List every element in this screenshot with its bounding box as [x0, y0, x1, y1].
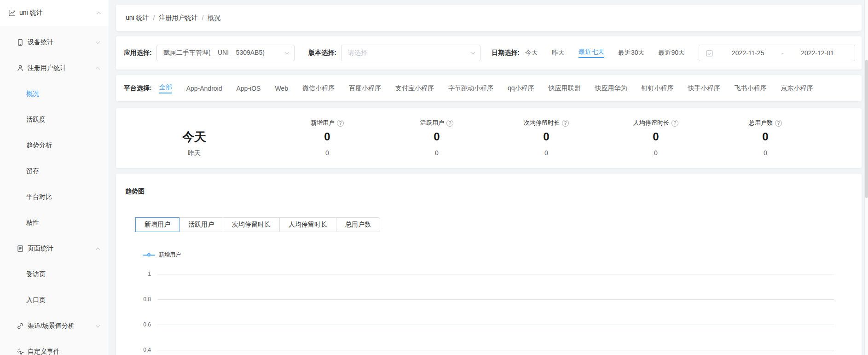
platform-option[interactable]: 支付宝小程序 [395, 84, 434, 93]
metric-yesterday-value: 0 [272, 149, 382, 157]
platform-option[interactable]: 字节跳动小程序 [448, 84, 493, 93]
metric-today-value: 0 [492, 129, 601, 144]
sidebar-item[interactable]: 自定义事件 [0, 339, 109, 355]
sidebar-item-label: 受访页 [26, 270, 46, 279]
chevron-icon [96, 323, 100, 327]
metric-column: 次均停留时长 ? 0 0 [492, 117, 601, 168]
sidebar-item[interactable]: 粘性 [0, 210, 109, 236]
help-icon[interactable]: ? [562, 120, 569, 127]
trend-card: 趋势图 新增用户 活跃用户 次均停留时长 人均停留时长 总用户数 新增用 [116, 174, 862, 355]
sidebar-item[interactable]: 入口页 [0, 287, 109, 313]
sidebar-item-label: 入口页 [26, 296, 46, 304]
sidebar-header[interactable]: uni 统计 [0, 0, 109, 26]
sidebar-item[interactable]: 活跃度 [0, 107, 109, 133]
y-axis-tick-label: 0.6 [125, 321, 151, 328]
metric-column: 人均停留时长 ? 0 0 [601, 117, 711, 168]
platform-option[interactable]: 百度小程序 [349, 84, 381, 93]
help-icon[interactable]: ? [775, 120, 782, 127]
metric-name: 人均停留时长 [633, 119, 669, 127]
trend-tab[interactable]: 活跃用户 [179, 217, 223, 232]
help-icon[interactable]: ? [446, 120, 453, 127]
sidebar-item-label: 设备统计 [28, 38, 53, 47]
date-option[interactable]: 最近90天 [658, 49, 685, 57]
app-root: uni 统计 设备统计 [0, 0, 868, 355]
version-select-placeholder: 请选择 [348, 49, 367, 57]
device-icon [17, 39, 24, 46]
metric-name: 新增用户 [311, 119, 335, 127]
legend-line-marker-icon [143, 253, 155, 256]
y-axis-tick-label: 0.8 [125, 296, 151, 303]
help-icon[interactable]: ? [671, 120, 678, 127]
user-icon [17, 64, 24, 72]
sidebar-item-label: 粘性 [26, 219, 39, 227]
yesterday-label: 昨天 [116, 149, 272, 157]
date-option[interactable]: 今天 [525, 49, 538, 57]
platform-bar: 平台选择: 全部 App-Android App-iOS Web 微信小程序 百… [116, 75, 862, 101]
sidebar-item[interactable]: 留存 [0, 158, 109, 184]
sidebar-item[interactable]: 趋势分析 [0, 133, 109, 158]
breadcrumb-item-root[interactable]: uni 统计 [126, 14, 149, 22]
breadcrumb-item-section[interactable]: 注册用户统计 [159, 14, 197, 22]
platform-option[interactable]: Web [275, 85, 288, 92]
sidebar-item-label: 活跃度 [26, 116, 46, 124]
sidebar: uni 统计 设备统计 [0, 0, 109, 355]
y-axis-tick-label: 1 [125, 271, 151, 277]
sidebar-item[interactable]: 渠道/场景值分析 [0, 313, 109, 339]
platform-option[interactable]: 钉钉小程序 [642, 84, 674, 93]
metric-yesterday-value: 0 [382, 149, 492, 157]
chevron-down-icon [471, 50, 475, 55]
platform-option[interactable]: 京东小程序 [781, 84, 813, 93]
vertical-scrollbar[interactable] [864, 0, 868, 355]
app-select-value: 赋届二手车管理(__UNI__5309AB5) [163, 49, 265, 57]
platform-select-label: 平台选择: [124, 84, 152, 93]
custom-event-icon [17, 348, 24, 355]
version-select-label: 版本选择: [308, 49, 336, 57]
platform-option[interactable]: 快应用联盟 [549, 84, 581, 93]
app-select[interactable]: 赋届二手车管理(__UNI__5309AB5) [156, 45, 295, 61]
sidebar-header-label: uni 统计 [19, 9, 43, 17]
calendar-icon [706, 49, 713, 57]
help-icon[interactable]: ? [337, 120, 344, 127]
chevron-icon [96, 39, 100, 44]
sidebar-item[interactable]: 设备统计 [0, 29, 109, 55]
sidebar-item[interactable]: 概况 [0, 81, 109, 107]
date-option[interactable]: 最近七天 [579, 48, 604, 58]
sidebar-item-label: 页面统计 [28, 244, 53, 253]
date-range-picker[interactable]: 2022-11-25 - 2022-12-01 [699, 45, 855, 61]
date-option[interactable]: 最近30天 [618, 49, 645, 57]
scrollbar-thumb[interactable] [865, 60, 868, 198]
platform-option[interactable]: qq小程序 [508, 84, 534, 93]
breadcrumb: uni 统计 / 注册用户统计 / 概况 [116, 5, 862, 31]
platform-options: 全部 App-Android App-iOS Web 微信小程序 百度小程序 支… [159, 83, 827, 93]
platform-option[interactable]: 微信小程序 [302, 84, 335, 93]
date-option[interactable]: 昨天 [552, 49, 565, 57]
sidebar-item[interactable]: 页面统计 [0, 236, 109, 262]
platform-option[interactable]: 全部 [159, 83, 172, 93]
gridline [157, 274, 834, 274]
platform-option[interactable]: 快手小程序 [688, 84, 720, 93]
platform-option[interactable]: App-iOS [237, 85, 261, 92]
metric-yesterday-value: 0 [601, 149, 711, 157]
sidebar-item-label: 趋势分析 [26, 141, 52, 150]
metric-column: 新增用户 ? 0 0 [272, 117, 382, 168]
trend-tab[interactable]: 新增用户 [135, 217, 179, 232]
trend-tab[interactable]: 总用户数 [336, 217, 380, 232]
chevron-down-icon [285, 50, 289, 55]
metric-today-value: 0 [382, 129, 492, 144]
metric-today-value: 0 [711, 129, 820, 144]
breadcrumb-separator: / [153, 14, 155, 22]
chart-legend[interactable]: 新增用户 [143, 252, 852, 257]
sidebar-item[interactable]: 受访页 [0, 262, 109, 287]
app-select-label: 应用选择: [124, 49, 152, 57]
platform-option[interactable]: 快应用华为 [595, 84, 627, 93]
platform-option[interactable]: App-Android [186, 85, 222, 92]
trend-tab[interactable]: 人均停留时长 [279, 217, 336, 232]
sidebar-item[interactable]: 注册用户统计 [0, 55, 109, 81]
date-quick-options: 今天 昨天 最近七天 最近30天 最近90天 [525, 48, 699, 58]
sidebar-item[interactable]: 平台对比 [0, 184, 109, 210]
trend-chart: 1 0.8 0.6 0.4 [125, 274, 852, 355]
metric-today-value: 0 [272, 129, 382, 144]
platform-option[interactable]: 飞书小程序 [735, 84, 767, 93]
version-select[interactable]: 请选择 [341, 45, 480, 61]
trend-tab[interactable]: 次均停留时长 [223, 217, 280, 232]
